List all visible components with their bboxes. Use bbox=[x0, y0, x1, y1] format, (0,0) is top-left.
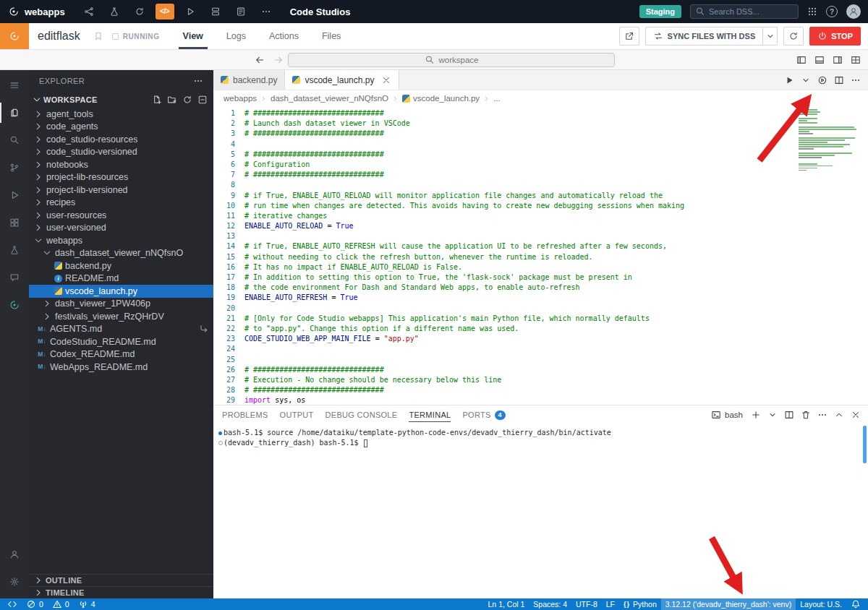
tree-item[interactable]: code_studio-versioned bbox=[29, 146, 213, 159]
tree-item[interactable]: festivals_viewer_RzQHrDV bbox=[29, 310, 213, 323]
help-icon[interactable]: ? bbox=[826, 6, 838, 17]
tree-item[interactable]: backend.py bbox=[29, 259, 213, 272]
tree-item[interactable]: M↓AGENTS.md bbox=[29, 323, 213, 336]
panel-tab-ports[interactable]: PORTS4 bbox=[462, 405, 505, 424]
refresh-explorer-icon[interactable] bbox=[182, 95, 192, 105]
cursor-position[interactable]: Ln 1, Col 1 bbox=[484, 598, 529, 610]
toggle-primary-sidebar-icon[interactable] bbox=[796, 55, 807, 65]
toggle-panel-icon[interactable] bbox=[814, 55, 825, 65]
comments-icon[interactable] bbox=[0, 264, 29, 291]
tree-item[interactable]: project-lib-versioned bbox=[29, 184, 213, 197]
keyboard-layout[interactable]: Layout: U.S. bbox=[796, 598, 846, 610]
more-icon[interactable] bbox=[257, 4, 276, 20]
collapse-folders-icon[interactable] bbox=[197, 95, 208, 105]
explorer-icon[interactable] bbox=[0, 99, 29, 126]
apps-grid-icon[interactable] bbox=[807, 7, 817, 17]
terminal-dropdown-icon[interactable] bbox=[767, 410, 778, 420]
tree-item[interactable]: iREADME.md bbox=[29, 272, 213, 285]
open-external-button[interactable] bbox=[619, 27, 639, 46]
close-tab-icon[interactable] bbox=[381, 75, 391, 85]
terminal[interactable]: bash-5.1$ source /home/dataiku/template-… bbox=[213, 424, 868, 448]
sync-files-button[interactable]: SYNC FILES WITH DSS bbox=[645, 27, 764, 46]
tree-item[interactable]: M↓CodeStudio_README.md bbox=[29, 335, 213, 348]
errors-count[interactable]: 0 bbox=[22, 598, 48, 610]
test-beaker-icon[interactable] bbox=[0, 236, 29, 264]
python-interpreter[interactable]: 3.12.12 ('devadv_thierry_dash': venv) bbox=[661, 598, 796, 610]
encoding[interactable]: UTF-8 bbox=[571, 598, 602, 610]
editor-tab[interactable]: backend.py bbox=[213, 70, 285, 90]
minimap[interactable] bbox=[799, 109, 859, 172]
editor-tab[interactable]: vscode_launch.py bbox=[285, 70, 399, 90]
customize-layout-icon[interactable] bbox=[851, 55, 861, 65]
toggle-secondary-sidebar-icon[interactable] bbox=[833, 55, 843, 65]
kill-terminal-icon[interactable] bbox=[801, 410, 811, 420]
dss-search[interactable] bbox=[690, 4, 799, 19]
jobs-icon[interactable] bbox=[130, 4, 149, 20]
panel-tab-output[interactable]: OUTPUT bbox=[280, 405, 314, 424]
terminal-scrollbar[interactable] bbox=[863, 426, 867, 463]
split-terminal-icon[interactable] bbox=[784, 410, 794, 420]
lab-icon[interactable] bbox=[105, 4, 124, 20]
tree-item[interactable]: code_agents bbox=[29, 121, 213, 134]
refresh-button[interactable] bbox=[783, 27, 804, 46]
search-icon[interactable] bbox=[0, 126, 29, 154]
settings-gear-icon[interactable] bbox=[0, 568, 29, 596]
tree-item[interactable]: user-resources bbox=[29, 209, 213, 222]
account-icon[interactable] bbox=[0, 541, 29, 568]
section-outline[interactable]: OUTLINE bbox=[29, 574, 213, 586]
menu-icon[interactable] bbox=[0, 72, 29, 99]
tree-item[interactable]: code_studio-resources bbox=[29, 133, 213, 146]
dataiku-extension-icon[interactable] bbox=[0, 291, 29, 319]
breadcrumb-item[interactable]: vscode_launch.py bbox=[402, 94, 480, 103]
remote-indicator[interactable] bbox=[3, 598, 22, 610]
warnings-count[interactable]: 0 bbox=[48, 598, 74, 610]
tree-item[interactable]: project-lib-resources bbox=[29, 171, 213, 184]
eol-sequence[interactable]: LF bbox=[602, 598, 619, 610]
code-studios-icon[interactable]: </> bbox=[156, 4, 174, 20]
extensions-icon[interactable] bbox=[0, 209, 29, 236]
panel-more-icon[interactable] bbox=[817, 410, 827, 420]
workspace-section-header[interactable]: WORKSPACE bbox=[29, 92, 213, 108]
language-mode[interactable]: {}Python bbox=[619, 598, 661, 610]
tree-item[interactable]: M↓Codex_README.md bbox=[29, 348, 213, 361]
sync-dropdown-button[interactable] bbox=[763, 27, 778, 46]
flow-icon[interactable] bbox=[80, 4, 98, 20]
panel-tab-problems[interactable]: PROBLEMS bbox=[222, 405, 268, 424]
bookmark-icon[interactable] bbox=[93, 31, 103, 41]
run-debug-icon[interactable] bbox=[0, 181, 29, 209]
command-center-search[interactable]: workspace bbox=[288, 53, 615, 67]
split-editor-icon[interactable] bbox=[834, 75, 844, 85]
tree-item[interactable]: notebooks bbox=[29, 158, 213, 171]
code-editor[interactable]: 1234567891011121314151617181920212223242… bbox=[213, 106, 868, 405]
dss-search-input[interactable] bbox=[709, 7, 793, 16]
breadcrumb-item[interactable]: webapps bbox=[224, 94, 257, 103]
maximize-panel-icon[interactable] bbox=[834, 410, 844, 420]
tree-item[interactable]: user-versioned bbox=[29, 222, 213, 235]
tab-logs[interactable]: Logs bbox=[215, 23, 258, 49]
project-name[interactable]: webapps bbox=[25, 7, 65, 17]
panel-tab-terminal[interactable]: TERMINAL bbox=[409, 405, 451, 424]
breadcrumb-item[interactable]: dash_dataset_viewer_nNQfsnO bbox=[271, 94, 388, 103]
tree-item[interactable]: webapps bbox=[29, 234, 213, 247]
source-control-icon[interactable] bbox=[0, 154, 29, 181]
run-icon[interactable] bbox=[181, 4, 200, 20]
code-content[interactable]: # ############################### Launch… bbox=[235, 106, 684, 405]
explorer-more-icon[interactable] bbox=[193, 76, 203, 86]
deployer-icon[interactable] bbox=[206, 4, 225, 20]
tree-item[interactable]: M↓WebApps_README.md bbox=[29, 361, 213, 374]
close-panel-icon[interactable] bbox=[851, 410, 861, 420]
wiki-icon[interactable] bbox=[231, 4, 250, 20]
interactive-window-icon[interactable] bbox=[817, 75, 827, 85]
tree-item[interactable]: vscode_launch.py bbox=[29, 285, 213, 298]
editor-more-actions-icon[interactable] bbox=[851, 75, 861, 85]
new-folder-icon[interactable] bbox=[167, 95, 177, 105]
run-dropdown-icon[interactable] bbox=[801, 75, 811, 85]
stop-button[interactable]: STOP bbox=[809, 27, 861, 46]
tree-item[interactable]: recipes bbox=[29, 197, 213, 210]
section-timeline[interactable]: TIMELINE bbox=[29, 586, 213, 598]
user-avatar[interactable] bbox=[846, 4, 861, 19]
notifications-bell[interactable] bbox=[846, 598, 865, 610]
run-python-file-icon[interactable] bbox=[784, 75, 794, 85]
navigate-back-icon[interactable] bbox=[255, 55, 265, 65]
shell-label[interactable]: bash bbox=[725, 411, 743, 419]
